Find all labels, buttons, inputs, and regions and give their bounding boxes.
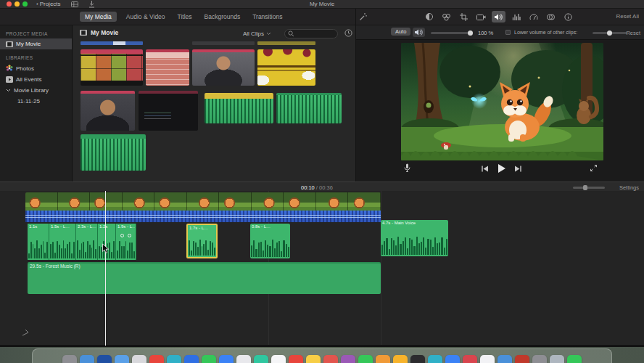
dock-app-icon[interactable] [149,355,164,363]
dock-app-icon[interactable] [358,355,373,363]
timeline-settings-button[interactable]: Settings [619,184,639,191]
import-media-icon[interactable] [88,1,95,8]
dock-app-icon[interactable] [115,355,129,363]
timeline-zoom-slider[interactable] [573,187,605,189]
sidebar-item-all-events[interactable]: All Events [0,74,72,85]
video-clip-audio-waveform[interactable] [25,211,381,222]
dock-app-icon[interactable] [567,355,582,363]
dock-app-icon[interactable] [254,355,268,363]
dock-app-icon[interactable] [289,355,303,363]
volume-slider[interactable] [431,32,473,34]
timeline-audio-segment[interactable]: 1.1s [28,224,49,260]
pointer-tool-icon[interactable] [22,329,29,336]
play-button[interactable] [498,164,505,173]
clip-info-icon[interactable] [561,11,575,23]
audio-clip[interactable]: 0.8s - L… [250,224,290,258]
timeline[interactable]: 1.1s1.5s - L…2.3s - L…1.2s1.9s - L… 1.7s… [0,191,644,346]
audio-clip-selected[interactable]: 1.7s - L… [186,224,218,258]
media-thumbnail-document[interactable] [146,49,189,86]
dock-app-icon[interactable] [480,355,495,363]
timeline-zoom-knob[interactable] [583,185,587,190]
filmstrip-frame[interactable] [187,192,220,211]
dock-app-icon[interactable] [271,355,286,363]
dock-app-icon[interactable] [132,355,146,363]
media-organize-icon[interactable] [71,1,78,7]
dock-app-icon[interactable] [445,355,460,363]
main-voice-audio-clip[interactable]: 4.7s - Main Voice [381,220,448,256]
filmstrip-frame[interactable] [219,192,252,211]
crop-icon[interactable] [457,11,471,23]
dock[interactable] [32,348,612,363]
dock-app-icon[interactable] [410,355,425,363]
playhead[interactable] [105,191,106,346]
tab-backgrounds[interactable]: Backgrounds [202,12,244,22]
sidebar-item-movie-library[interactable]: Movie Library [0,85,72,96]
sidebar-item-my-movie[interactable]: My Movie [0,38,72,49]
lower-volume-knob[interactable] [607,30,612,36]
volume-slider-knob[interactable] [468,30,473,36]
dock-app-icon[interactable] [219,355,234,363]
timeline-audio-segment[interactable]: 1.2s [98,224,116,260]
background-music-clip[interactable]: 29.5s - Forest Music (R) [28,262,381,294]
tab-transitions[interactable]: Transitions [249,12,285,22]
sidebar-item-11-11-25[interactable]: 11-11-25 [0,96,72,107]
media-thumbnail-slide[interactable] [257,49,315,86]
dock-app-icon[interactable] [376,355,390,363]
close-window-button[interactable] [7,1,12,7]
auto-volume-button[interactable]: Auto [391,28,410,36]
noise-equalizer-icon[interactable] [509,11,523,23]
video-clip-filmstrip[interactable] [25,192,381,211]
dock-app-icon[interactable] [498,355,512,363]
color-correction-icon[interactable] [439,11,453,23]
dock-app-icon[interactable] [62,355,77,363]
media-thumbnail-person-video[interactable] [192,49,255,86]
mute-speaker-button[interactable] [413,28,425,37]
sidebar-item-photos[interactable]: Photos [0,62,72,74]
volume-reset-button[interactable]: Reset [626,30,640,36]
audio-segment-cluster[interactable]: 1.1s1.5s - L…2.3s - L…1.2s1.9s - L… [28,224,136,260]
minimize-window-button[interactable] [15,1,20,7]
dock-app-icon[interactable] [532,355,547,363]
volume-icon[interactable] [492,11,505,23]
dock-app-icon[interactable] [184,355,199,363]
zoom-window-button[interactable] [22,1,28,7]
enhance-wand-icon[interactable] [359,12,368,21]
dock-app-icon[interactable] [428,355,442,363]
lower-volume-checkbox[interactable] [505,30,511,35]
media-thumbnail-person-video-2[interactable] [80,91,135,131]
dock-app-icon[interactable] [463,355,477,363]
next-frame-button[interactable] [514,166,522,172]
previous-frame-button[interactable] [481,166,489,172]
search-field[interactable] [284,29,338,38]
media-thumbnail-audio[interactable] [276,93,342,123]
speed-icon[interactable] [527,11,540,23]
search-input[interactable] [294,31,335,36]
back-to-projects-button[interactable]: ‹ Projects [36,1,61,7]
filmstrip-frame[interactable] [284,192,316,211]
filmstrip-frame[interactable] [252,192,284,211]
dock-app-icon[interactable] [306,355,321,363]
timeline-audio-segment[interactable]: 1.5s - L… [49,224,76,260]
filmstrip-frame[interactable] [90,192,123,211]
media-thumbnail-audio-wide[interactable] [80,134,146,171]
dock-app-icon[interactable] [515,355,529,363]
filmstrip-frame[interactable] [154,192,187,211]
media-thumbnail-audio-selected[interactable] [205,93,273,123]
tab-my-media[interactable]: My Media [80,12,117,22]
reset-all-button[interactable]: Reset All [616,13,639,20]
dock-app-icon[interactable] [97,355,112,363]
dock-app-icon[interactable] [167,355,181,363]
timeline-audio-segment[interactable]: 1.9s - L… [116,224,136,260]
color-balance-icon[interactable] [422,11,436,23]
dock-app-icon[interactable] [393,355,408,363]
recents-clock-icon[interactable] [344,29,352,37]
filmstrip-frame[interactable] [58,192,91,211]
record-voiceover-mic-icon[interactable] [404,163,410,173]
filmstrip-frame[interactable] [348,192,381,211]
dock-app-icon[interactable] [80,355,94,363]
dock-app-icon[interactable] [341,355,355,363]
dock-app-icon[interactable] [323,355,338,363]
tab-titles[interactable]: Titles [175,12,195,22]
effects-filter-icon[interactable] [544,11,558,23]
stabilization-icon[interactable] [474,11,488,23]
